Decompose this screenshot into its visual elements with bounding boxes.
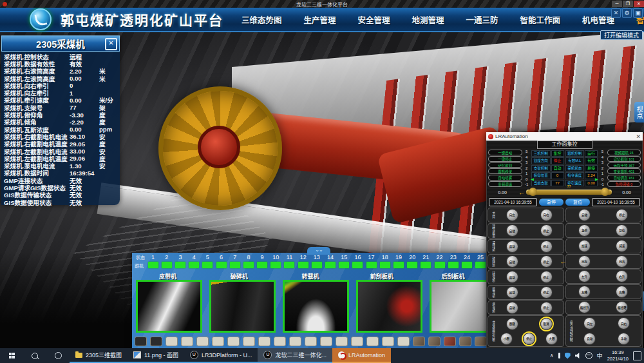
filmstrip-frame[interactable]	[444, 337, 456, 346]
filmstrip-frame[interactable]	[351, 337, 363, 346]
filmstrip-frame[interactable]	[150, 337, 162, 346]
lr-close-icon[interactable]: ✕	[636, 133, 641, 140]
notification-icon[interactable]	[633, 351, 641, 360]
taskbar-app[interactable]: U 龙软二三维一体化...	[258, 348, 332, 363]
control-button[interactable]: 停止	[540, 286, 553, 299]
camera-thumbnail[interactable]	[209, 280, 276, 333]
taskbar-app[interactable]: 2305三维截图	[70, 348, 128, 363]
control-button[interactable]: 取消	[540, 318, 553, 330]
lr-command-button[interactable]: 跟机移架	[488, 168, 522, 174]
tools-icon[interactable]: ✕	[611, 8, 621, 18]
lr-command-button[interactable]: 记忆截割 101	[607, 156, 641, 162]
filmstrip-frame[interactable]	[212, 337, 224, 346]
filmstrip-frame[interactable]	[166, 337, 178, 346]
control-button[interactable]: 加速	[578, 240, 591, 252]
filmstrip-frame[interactable]	[413, 337, 425, 346]
shield-icon[interactable]	[565, 353, 571, 359]
reset-button[interactable]: 复位	[565, 199, 590, 206]
maximize-button[interactable]: ❐	[623, 1, 633, 7]
control-button[interactable]: 摇臂升	[578, 301, 591, 313]
control-button[interactable]: 停止	[523, 333, 535, 345]
lr-command-button[interactable]: 一键启动	[488, 150, 522, 155]
camera-thumbnail[interactable]	[136, 280, 202, 333]
speaker-icon[interactable]	[575, 353, 581, 358]
close-button[interactable]: ✕	[634, 1, 644, 7]
lr-command-button[interactable]: 自动调高 161	[607, 175, 641, 181]
lr-command-button[interactable]: 自动喷雾	[488, 175, 522, 181]
ime-indicator[interactable]: 中	[597, 351, 603, 360]
control-button[interactable]: 启动	[506, 286, 518, 299]
lr-command-button[interactable]: 视频跟机 15	[607, 150, 641, 155]
lr-command-button[interactable]: 远程干预 367	[607, 162, 641, 168]
filmstrip-frame[interactable]	[397, 337, 410, 346]
control-button[interactable]: 跟随	[506, 318, 518, 330]
control-button[interactable]: 急停	[578, 224, 591, 237]
network-icon[interactable]	[585, 352, 592, 359]
control-button[interactable]: 启动	[506, 255, 518, 268]
control-button[interactable]: 启动	[506, 240, 518, 253]
control-button[interactable]: 自动	[583, 333, 596, 345]
nav-item-3[interactable]: 地测管理	[412, 14, 444, 26]
nav-item-5[interactable]: 智能工作面	[520, 14, 561, 26]
control-button[interactable]: 小跟	[500, 333, 513, 345]
filmstrip-frame[interactable]	[336, 337, 348, 346]
control-button[interactable]: 复位	[616, 224, 628, 237]
filmstrip-frame[interactable]	[366, 337, 379, 346]
start-button[interactable]	[0, 348, 23, 363]
control-button[interactable]: 右升	[616, 270, 628, 282]
control-button[interactable]: 停止	[540, 240, 553, 253]
filmstrip-frame[interactable]	[196, 337, 209, 346]
filmstrip-frame[interactable]	[320, 337, 332, 346]
lr-command-button[interactable]: 变频调速	[488, 181, 522, 187]
control-button[interactable]: 减速	[616, 240, 628, 252]
fullscreen-icon[interactable]: ▣	[633, 8, 643, 18]
filmstrip-frame[interactable]	[459, 337, 471, 346]
task-view-button[interactable]	[46, 348, 70, 363]
control-button[interactable]: 手动	[618, 333, 630, 345]
control-button[interactable]: 向右	[540, 209, 553, 221]
edit-mode-button[interactable]: 打开编辑模式	[600, 30, 643, 40]
nav-item-2[interactable]: 安全管理	[358, 14, 390, 26]
filmstrip-frame[interactable]	[289, 337, 301, 346]
control-button[interactable]: 向右	[616, 255, 628, 268]
control-button[interactable]: 停止	[540, 302, 553, 314]
control-button[interactable]: 右降	[616, 286, 628, 298]
control-button[interactable]: 摇臂降	[616, 301, 628, 313]
control-button[interactable]: 启动	[578, 209, 591, 221]
control-button[interactable]: 启动	[506, 302, 518, 314]
gear-icon[interactable]: ⚙	[622, 8, 632, 18]
camera-thumbnail[interactable]	[283, 280, 349, 333]
usb-icon[interactable]	[558, 353, 560, 358]
filmstrip-frame[interactable]	[274, 337, 286, 346]
nav-item-1[interactable]: 生产管理	[304, 14, 336, 26]
control-button[interactable]: 停止	[540, 255, 553, 268]
control-button[interactable]: 向右	[618, 317, 630, 329]
control-button[interactable]: 停止	[540, 224, 553, 237]
chevron-up-icon[interactable]: ∧	[550, 353, 554, 358]
taskbar-app[interactable]: U LR3DPlatform - U...	[184, 348, 258, 363]
control-button[interactable]: 大跟	[545, 333, 558, 345]
filmstrip-frame[interactable]	[243, 337, 255, 346]
lr-command-button[interactable]: 记忆截割	[488, 162, 522, 168]
nav-item-0[interactable]: 三维态势图	[242, 14, 282, 26]
close-icon[interactable]: ✕	[105, 38, 117, 50]
filmstrip-frame[interactable]	[258, 337, 270, 346]
control-button[interactable]: 向左	[506, 209, 518, 221]
filmstrip-frame[interactable]	[227, 337, 240, 346]
control-button[interactable]: 停止	[540, 271, 553, 283]
filmstrip-frame[interactable]	[428, 337, 440, 346]
lr-titlebar[interactable]: LRAutomation ✕	[486, 132, 643, 141]
control-button[interactable]: 左降	[578, 286, 591, 298]
control-button[interactable]: 左升	[578, 270, 591, 282]
control-button[interactable]: 向左	[578, 255, 591, 268]
filmstrip-frame[interactable]	[181, 337, 193, 346]
search-button[interactable]	[23, 348, 46, 363]
lr-command-button[interactable]: 一键停止	[488, 156, 522, 162]
control-button[interactable]: 启动	[506, 224, 518, 237]
nav-item-6[interactable]: 机电管理	[582, 14, 614, 26]
filmstrip-frame[interactable]	[305, 337, 317, 346]
taskbar-app[interactable]: LRAutomation	[332, 348, 391, 363]
camera-thumbnail[interactable]	[356, 280, 422, 333]
estop-button[interactable]: 急停	[539, 199, 564, 206]
filmstrip-frame[interactable]	[475, 337, 487, 346]
